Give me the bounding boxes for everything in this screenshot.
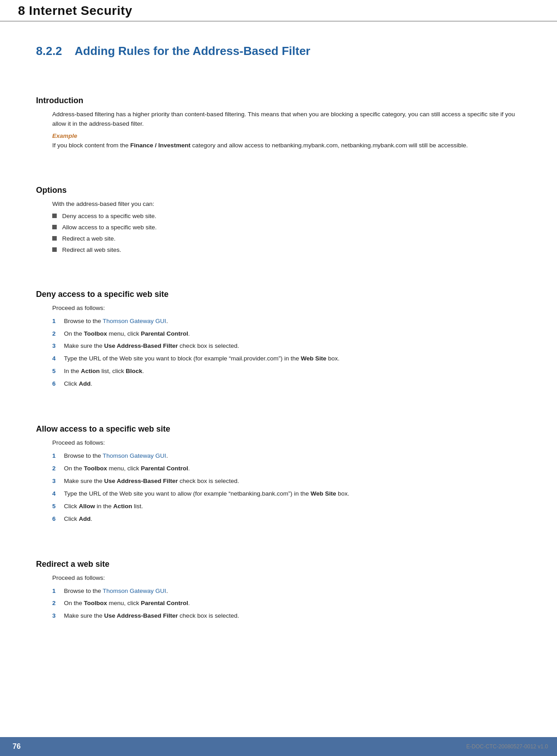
list-item: Redirect a web site. (52, 234, 521, 243)
allow-step-2: 2 On the Toolbox menu, click Parental Co… (52, 464, 521, 474)
step-number: 5 (52, 502, 64, 511)
allow-block: Proceed as follows: 1 Browse to the Thom… (36, 438, 521, 524)
options-intro: With the address-based filter you can: (52, 200, 521, 209)
redirect-step-1: 1 Browse to the Thomson Gateway GUI. (52, 587, 521, 596)
main-content: 8.2.2 Adding Rules for the Address-Based… (0, 22, 557, 660)
redirect-steps: 1 Browse to the Thomson Gateway GUI. 2 O… (52, 587, 521, 621)
step-text: Browse to the Thomson Gateway GUI. (64, 587, 521, 596)
list-item: Deny access to a specific web site. (52, 212, 521, 221)
step-number: 2 (52, 599, 64, 608)
page-header: 8 Internet Security (0, 0, 557, 22)
deny-step-3: 3 Make sure the Use Address-Based Filter… (52, 342, 521, 351)
list-item-text: Deny access to a specific web site. (62, 212, 156, 221)
intro-body1: Address-based filtering has a higher pri… (52, 110, 521, 129)
step-number: 3 (52, 342, 64, 351)
allow-step-4: 4 Type the URL of the Web site you want … (52, 489, 521, 499)
thomson-gateway-link: Thomson Gateway GUI (103, 452, 166, 459)
step-text: On the Toolbox menu, click Parental Cont… (64, 329, 521, 339)
section-title: 8.2.2 Adding Rules for the Address-Based… (36, 44, 521, 58)
step-number: 1 (52, 451, 64, 461)
introduction-heading: Introduction (36, 96, 521, 105)
step-text: Click Add. (64, 379, 521, 389)
step-text: Type the URL of the Web site you want to… (64, 354, 521, 364)
options-list: Deny access to a specific web site. Allo… (52, 212, 521, 255)
allow-proceed: Proceed as follows: (52, 438, 521, 448)
step-number: 5 (52, 367, 64, 376)
step-number: 2 (52, 464, 64, 474)
list-item-text: Allow access to a specific web site. (62, 223, 157, 232)
allow-heading: Allow access to a specific web site (36, 424, 521, 434)
step-number: 4 (52, 354, 64, 364)
redirect-heading: Redirect a web site (36, 560, 521, 569)
step-number: 6 (52, 515, 64, 524)
bullet-icon (52, 214, 57, 218)
deny-block: Proceed as follows: 1 Browse to the Thom… (36, 304, 521, 389)
redirect-step-2: 2 On the Toolbox menu, click Parental Co… (52, 599, 521, 608)
list-item: Allow access to a specific web site. (52, 223, 521, 232)
step-text: On the Toolbox menu, click Parental Cont… (64, 464, 521, 474)
step-text: Type the URL of the Web site you want to… (64, 489, 521, 499)
bullet-icon (52, 236, 57, 241)
options-heading: Options (36, 186, 521, 195)
options-block: With the address-based filter you can: D… (36, 200, 521, 255)
deny-proceed: Proceed as follows: (52, 304, 521, 313)
step-number: 1 (52, 587, 64, 596)
bullet-icon (52, 225, 57, 229)
step-number: 6 (52, 379, 64, 389)
step-number: 2 (52, 329, 64, 339)
introduction-block: Address-based filtering has a higher pri… (36, 110, 521, 150)
thomson-gateway-link: Thomson Gateway GUI (103, 587, 166, 594)
list-item-text: Redirect a web site. (62, 234, 116, 243)
step-text: Click Allow in the Action list. (64, 502, 521, 511)
allow-step-1: 1 Browse to the Thomson Gateway GUI. (52, 451, 521, 461)
deny-step-4: 4 Type the URL of the Web site you want … (52, 354, 521, 364)
list-item: Redirect all web sites. (52, 246, 521, 255)
step-text: Make sure the Use Address-Based Filter c… (64, 611, 521, 621)
list-item-text: Redirect all web sites. (62, 246, 121, 255)
thomson-gateway-link: Thomson Gateway GUI (103, 318, 166, 324)
bullet-icon (52, 247, 57, 252)
page-footer: 76 E-DOC-CTC-20080527-0012 v1.0 (0, 737, 557, 756)
step-number: 3 (52, 477, 64, 486)
deny-step-2: 2 On the Toolbox menu, click Parental Co… (52, 329, 521, 339)
step-text: Browse to the Thomson Gateway GUI. (64, 451, 521, 461)
redirect-step-3: 3 Make sure the Use Address-Based Filter… (52, 611, 521, 621)
allow-step-3: 3 Make sure the Use Address-Based Filter… (52, 477, 521, 486)
step-number: 1 (52, 317, 64, 326)
step-number: 4 (52, 489, 64, 499)
step-number: 3 (52, 611, 64, 621)
step-text: Make sure the Use Address-Based Filter c… (64, 477, 521, 486)
allow-steps: 1 Browse to the Thomson Gateway GUI. 2 O… (52, 451, 521, 524)
redirect-proceed: Proceed as follows: (52, 574, 521, 583)
step-text: Click Add. (64, 515, 521, 524)
document-id: E-DOC-CTC-20080527-0012 v1.0 (466, 743, 548, 750)
step-text: Browse to the Thomson Gateway GUI. (64, 317, 521, 326)
deny-step-6: 6 Click Add. (52, 379, 521, 389)
deny-step-5: 5 In the Action list, click Block. (52, 367, 521, 376)
step-text: Make sure the Use Address-Based Filter c… (64, 342, 521, 351)
allow-step-6: 6 Click Add. (52, 515, 521, 524)
allow-step-5: 5 Click Allow in the Action list. (52, 502, 521, 511)
page-number: 76 (9, 742, 24, 751)
deny-heading: Deny access to a specific web site (36, 290, 521, 299)
step-text: On the Toolbox menu, click Parental Cont… (64, 599, 521, 608)
intro-body2: If you block content from the Finance / … (52, 141, 521, 150)
redirect-block: Proceed as follows: 1 Browse to the Thom… (36, 574, 521, 621)
deny-step-1: 1 Browse to the Thomson Gateway GUI. (52, 317, 521, 326)
chapter-title: 8 Internet Security (18, 4, 539, 18)
step-text: In the Action list, click Block. (64, 367, 521, 376)
deny-steps: 1 Browse to the Thomson Gateway GUI. 2 O… (52, 317, 521, 389)
example-label: Example (52, 132, 521, 139)
